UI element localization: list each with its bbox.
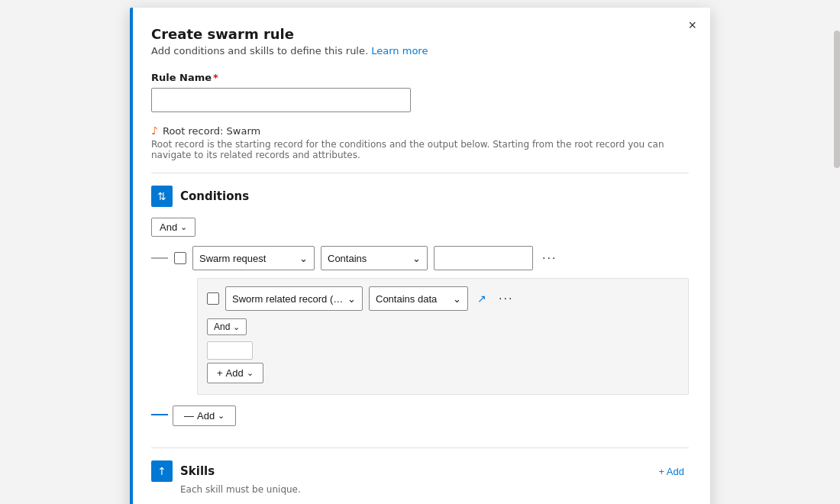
swarm-request-label: Swarm request: [199, 253, 266, 264]
skills-description: Each skill must be unique.: [180, 484, 689, 495]
swarm-request-chevron: ⌄: [299, 253, 308, 264]
condition-row-1: Swarm request ⌄ Contains ⌄ ···: [151, 246, 689, 270]
expand-button[interactable]: ↗: [474, 291, 489, 306]
dash-line: [151, 257, 168, 259]
nested-input-row: [207, 341, 679, 360]
modal-title: Create swarm rule: [151, 26, 689, 42]
divider-2: [151, 447, 689, 448]
sub-add-chevron-icon: ⌄: [247, 368, 254, 378]
related-record-chevron: ⌄: [347, 293, 356, 305]
skills-icon: ↑: [157, 465, 166, 477]
skills-header-row: ↑ Skills + Add: [151, 460, 689, 482]
nested-and-dropdown[interactable]: And ⌄: [207, 318, 247, 335]
blue-accent-line: [130, 8, 133, 504]
sub-add-button[interactable]: + Add ⌄: [207, 363, 263, 383]
modal-dialog: × Create swarm rule Add conditions and s…: [130, 8, 710, 504]
related-record-dropdown[interactable]: Sworm related record (… ⌄: [225, 286, 363, 311]
main-add-chevron-icon: ⌄: [218, 411, 225, 421]
contains-data-chevron: ⌄: [453, 293, 461, 305]
sub-condition-checkbox[interactable]: [207, 292, 219, 305]
rule-name-input[interactable]: [151, 88, 411, 112]
contains-label: Contains: [328, 253, 367, 264]
modal-overlay: × Create swarm rule Add conditions and s…: [0, 0, 840, 504]
contains-data-dropdown[interactable]: Contains data ⌄: [369, 286, 468, 311]
sub-add-label: Add: [226, 367, 244, 379]
add-dash-line: [151, 414, 168, 415]
divider-1: [151, 173, 689, 173]
close-button[interactable]: ×: [682, 15, 703, 35]
main-add-row: — Add ⌄: [151, 402, 689, 426]
main-add-dash-label: —: [184, 410, 194, 422]
rule-name-label: Rule Name*: [151, 72, 689, 83]
sub-condition-row-1: Sworm related record (… ⌄ Contains data …: [207, 286, 679, 311]
conditions-header: ⇅ Conditions: [151, 186, 689, 207]
condition-checkbox-1[interactable]: [174, 252, 186, 264]
condition-ellipsis-button[interactable]: ···: [539, 250, 560, 267]
sub-add-plus-icon: +: [217, 367, 223, 379]
root-record-description: Root record is the starting record for t…: [151, 139, 689, 160]
contains-chevron: ⌄: [412, 253, 421, 264]
conditions-section: ⇅ Conditions And ⌄ Swarm request ⌄ Conta…: [151, 186, 689, 426]
learn-more-link[interactable]: Learn more: [371, 45, 428, 57]
nested-and-label: And: [214, 321, 230, 332]
and-label: And: [160, 221, 177, 233]
add-skill-button[interactable]: + Add: [654, 463, 689, 480]
skills-header-left: ↑ Skills: [151, 460, 215, 482]
nested-empty-input: [207, 341, 253, 360]
main-add-label: Add: [197, 410, 215, 422]
scrollbar-thumb[interactable]: [834, 31, 840, 168]
subtitle-text: Add conditions and skills to define this…: [151, 45, 368, 57]
related-record-label: Sworm related record (…: [232, 293, 343, 305]
nested-and-chevron-icon: ⌄: [233, 322, 240, 332]
sub-condition-ellipsis-button[interactable]: ···: [496, 290, 516, 307]
root-record-label: ♪ Root record: Swarm: [151, 124, 689, 137]
skills-section: ↑ Skills + Add Each skill must be unique…: [151, 460, 689, 495]
scrollbar[interactable]: [834, 0, 840, 504]
conditions-icon: ⇅: [157, 190, 166, 202]
and-dropdown[interactable]: And ⌄: [151, 218, 195, 237]
skills-icon-box: ↑: [151, 460, 173, 482]
skills-title: Skills: [180, 464, 215, 478]
root-record-text: Root record: Swarm: [163, 125, 260, 137]
modal-subtitle: Add conditions and skills to define this…: [151, 45, 689, 57]
conditions-title: Conditions: [180, 189, 249, 203]
root-record-section: ♪ Root record: Swarm Root record is the …: [151, 124, 689, 160]
main-add-button[interactable]: — Add ⌄: [173, 405, 236, 426]
contains-data-label: Contains data: [376, 293, 437, 305]
and-chevron-icon: ⌄: [180, 222, 187, 232]
root-record-icon: ♪: [151, 124, 158, 137]
required-indicator: *: [213, 72, 218, 83]
sub-condition-box: Sworm related record (… ⌄ Contains data …: [197, 278, 689, 395]
contains-dropdown[interactable]: Contains ⌄: [321, 246, 428, 270]
condition-value-input[interactable]: [434, 246, 533, 270]
swarm-request-dropdown[interactable]: Swarm request ⌄: [192, 246, 315, 270]
conditions-icon-box: ⇅: [151, 186, 173, 207]
